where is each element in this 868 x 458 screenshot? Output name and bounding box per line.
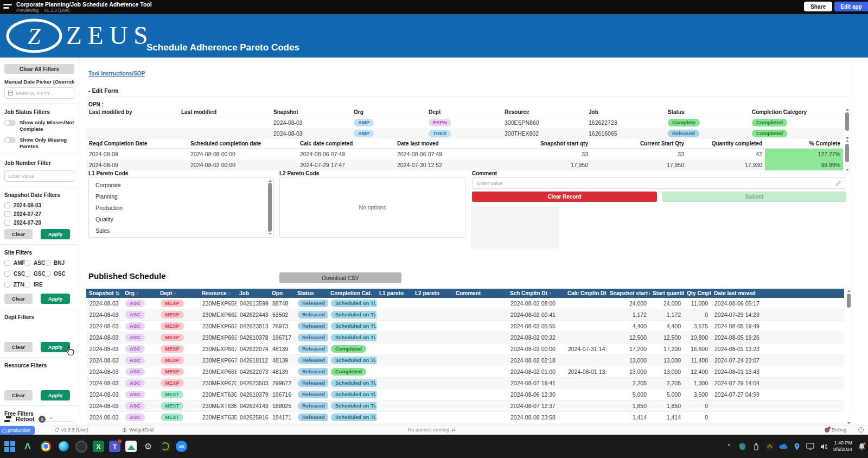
checkbox[interactable] (24, 282, 30, 288)
table-row[interactable]: 2024-08-03AMPTHEX300THEX802162616065Rele… (86, 128, 843, 139)
notification-count-badge[interactable]: 2 (39, 416, 46, 423)
clear-record-button[interactable]: Clear Record (472, 192, 657, 202)
checkbox[interactable] (24, 260, 30, 266)
table-row[interactable]: 2024-08-03ASCMEXT230MEXT6350426259161841… (86, 412, 844, 423)
column-header[interactable]: Dept (426, 109, 502, 115)
l1-scroll-thumb[interactable] (268, 183, 272, 232)
scroll-up-icon[interactable] (846, 140, 849, 142)
column-header[interactable]: Status (295, 290, 328, 296)
site-apply-button[interactable]: Apply (41, 294, 70, 304)
column-header[interactable]: Quantity completed (687, 141, 765, 147)
table-row[interactable]: 2024-08-03ASCMEXP230MEXP6590426135998874… (86, 298, 844, 309)
checkbox[interactable] (4, 220, 10, 226)
resource-clear-button[interactable]: Clear (4, 390, 33, 400)
column-header[interactable]: Dept↑ (157, 290, 199, 296)
column-header[interactable]: Snapshot start qty (495, 141, 591, 147)
snapshot-clear-button[interactable]: Clear (4, 229, 33, 239)
column-header[interactable]: Job (586, 109, 665, 115)
column-header[interactable]: Qty Cmpl... (684, 290, 711, 296)
vscroll-thumb[interactable] (845, 144, 849, 162)
l2-pareto-listbox[interactable]: No options (279, 177, 465, 238)
column-header[interactable]: Comment (453, 290, 507, 296)
column-header[interactable]: Status (665, 109, 749, 115)
table-row[interactable]: 2024-08-092024-08-02 00:002024-07-29 17:… (86, 160, 843, 170)
scroll-up-icon[interactable] (269, 180, 272, 182)
column-header[interactable]: Completion Category (749, 109, 843, 115)
edit-form-section-label[interactable]: - Edit Form (88, 87, 118, 94)
start-icon[interactable] (3, 440, 16, 453)
usb-device-icon[interactable] (752, 442, 761, 451)
download-csv-button[interactable]: Download CSV (279, 272, 401, 283)
scroll-down-icon[interactable] (846, 169, 849, 171)
l1-pareto-listbox[interactable]: CorporatePlanningProductionQualitySales (88, 177, 274, 238)
column-header[interactable]: Reqd Completion Date (86, 141, 188, 147)
scroll-down-icon[interactable] (269, 233, 272, 235)
edge-icon[interactable] (57, 440, 70, 453)
excel-icon[interactable]: X (93, 441, 104, 452)
history-clock-icon[interactable] (858, 427, 864, 432)
pinned-tool-icon[interactable]: Λ (21, 440, 34, 453)
environment-badge[interactable]: production (0, 426, 35, 435)
settings-icon[interactable]: ⚙ (142, 440, 155, 453)
column-header[interactable]: Snapshot (271, 109, 351, 115)
manual-date-input[interactable]: MMM D, YYYY (4, 87, 74, 99)
column-header[interactable]: Org↑ (122, 290, 157, 296)
column-header[interactable]: Job (237, 290, 269, 296)
table-row[interactable]: 2024-08-03ASCMEXT230MEXT6300426103791967… (86, 389, 844, 400)
tool-instructions-link[interactable]: Tool Instructions/SOP (88, 71, 145, 77)
table-row[interactable]: 2024-08-03ASCMEXP230MEXP6630426103781967… (86, 332, 844, 344)
l1-option[interactable]: Planning (89, 191, 273, 202)
comment-input[interactable]: Enter value (472, 177, 846, 189)
column-header[interactable]: Opn (269, 290, 295, 296)
column-header[interactable]: Sch Cmpltn Dt↑ (507, 290, 565, 296)
l1-listbox-scrollbar[interactable] (267, 180, 272, 235)
favorite-star-icon[interactable]: ★ (122, 1, 126, 7)
column-header[interactable]: Scheduled completion date (188, 141, 297, 147)
scroll-down-icon[interactable] (846, 137, 849, 139)
edit-app-button[interactable]: Edit app (834, 2, 868, 11)
table-row[interactable]: 2024-08-092024-08-08 00:002024-08-06 07:… (86, 149, 843, 160)
missing-paretos-toggle[interactable] (4, 137, 16, 143)
scroll-up-icon[interactable] (846, 109, 849, 111)
widgetgrid-item[interactable]: WidgetGrid (122, 427, 154, 432)
l1-option[interactable]: Sales (89, 225, 273, 237)
zoom-icon[interactable]: zm (176, 441, 187, 452)
table-row[interactable]: 2024-08-03ASCMEXP230MEXP6670426220744813… (86, 344, 844, 355)
debug-button[interactable]: Debug (825, 427, 846, 432)
checkbox[interactable] (4, 211, 10, 217)
collapse-caret-icon[interactable]: ^ (50, 416, 52, 422)
l1-option[interactable]: Quality (89, 214, 273, 225)
column-header[interactable]: Org (351, 109, 426, 115)
dept-clear-button[interactable]: Clear (4, 342, 33, 352)
column-header[interactable]: Date last moved (711, 290, 844, 296)
tray-expand-chevron-icon[interactable]: ^ (725, 442, 733, 451)
submit-button[interactable]: Submit (662, 192, 846, 202)
gpu-app-icon[interactable] (765, 442, 774, 451)
resource-apply-button[interactable]: Apply (41, 390, 70, 400)
column-header[interactable]: Resource↑ (199, 290, 237, 296)
column-header[interactable]: Calc date completed (297, 141, 394, 147)
version-item[interactable]: v1.3.3 (Live) (54, 427, 88, 432)
scroll-up-icon[interactable] (847, 290, 851, 292)
record-table-scrollbar[interactable] (844, 109, 850, 139)
column-header[interactable]: L1 pareto (376, 290, 412, 296)
clear-all-filters-button[interactable]: Clear All Filters (4, 64, 74, 74)
column-header[interactable]: Completion Cat. (328, 290, 376, 296)
checkbox[interactable] (44, 260, 50, 266)
column-header[interactable]: Last modified by (86, 109, 178, 115)
table-row[interactable]: 2024-08-03AMPESPN300ESPN860162622723Comp… (86, 117, 843, 128)
refresh-icon[interactable]: ⇄ (451, 427, 456, 432)
checkbox[interactable] (4, 202, 10, 208)
published-table-scrollbar[interactable] (846, 290, 851, 424)
snapshot-apply-button[interactable]: Apply (41, 229, 70, 239)
checkbox[interactable] (4, 282, 10, 288)
checkbox[interactable] (24, 271, 30, 277)
vscroll-thumb[interactable] (847, 294, 851, 308)
column-header[interactable]: Calc Cmpltn Dt (565, 290, 607, 296)
l1-option[interactable]: Corporate (89, 180, 273, 191)
site-clear-button[interactable]: Clear (4, 294, 33, 304)
column-header[interactable]: Last modified (178, 109, 271, 115)
vscroll-thumb[interactable] (845, 112, 849, 131)
location-pin-icon[interactable] (793, 442, 801, 451)
table-row[interactable]: 2024-08-03ASCMEXP230MEXP6670426181124813… (86, 355, 844, 366)
